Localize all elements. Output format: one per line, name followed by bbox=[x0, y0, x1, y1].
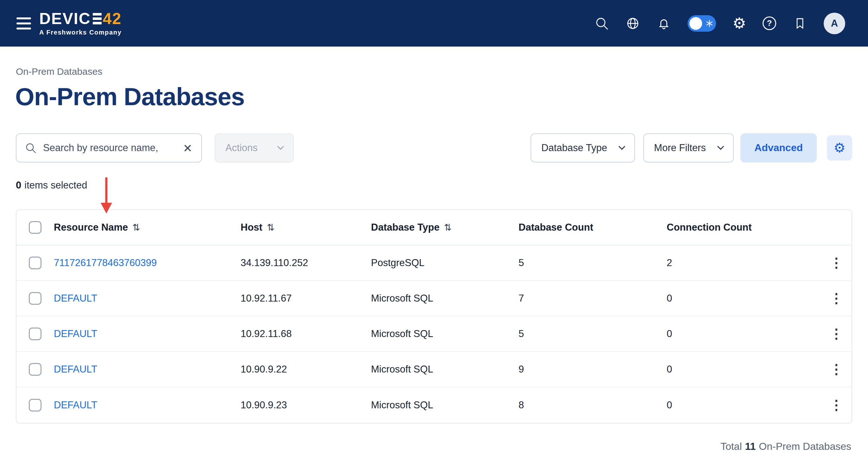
row-menu-icon[interactable]: ⋮ bbox=[827, 363, 846, 376]
column-header-host[interactable]: Host ⇅ bbox=[241, 222, 371, 233]
connection-count-cell: 0 bbox=[667, 293, 821, 304]
sort-icon[interactable]: ⇅ bbox=[267, 222, 275, 233]
chevron-down-icon bbox=[717, 143, 724, 150]
host-cell: 10.90.9.22 bbox=[241, 364, 371, 375]
column-header-database-count: Database Count bbox=[519, 222, 667, 233]
row-checkbox[interactable] bbox=[29, 363, 41, 376]
host-cell: 34.139.110.252 bbox=[241, 257, 371, 269]
total-count: Total 11 On-Prem Databases bbox=[0, 441, 851, 452]
database-type-cell: Microsoft SQL bbox=[371, 328, 519, 340]
globe-icon[interactable] bbox=[625, 16, 640, 31]
table-settings-button[interactable]: ⚙ bbox=[827, 135, 852, 160]
resource-link[interactable]: DEFAULT bbox=[54, 400, 97, 411]
database-type-label: Database Type bbox=[541, 142, 607, 154]
actions-label: Actions bbox=[225, 142, 258, 154]
help-icon-glyph: ? bbox=[763, 17, 776, 30]
search-input[interactable] bbox=[42, 142, 176, 154]
row-checkbox[interactable] bbox=[29, 328, 41, 340]
resource-link[interactable]: DEFAULT bbox=[54, 293, 97, 304]
row-checkbox[interactable] bbox=[29, 399, 41, 412]
column-header-database-type[interactable]: Database Type ⇅ bbox=[371, 222, 519, 233]
database-type-cell: Microsoft SQL bbox=[371, 400, 519, 411]
row-menu-icon[interactable]: ⋮ bbox=[827, 292, 846, 305]
connection-count-cell: 2 bbox=[667, 257, 821, 269]
table-row: 7117261778463760399 34.139.110.252 Postg… bbox=[17, 245, 851, 281]
logo-subtitle: A Freshworks Company bbox=[39, 29, 122, 36]
resource-link[interactable]: 7117261778463760399 bbox=[54, 257, 157, 268]
help-icon[interactable]: ? bbox=[763, 17, 776, 30]
search-box: × bbox=[16, 134, 202, 163]
database-count-cell: 5 bbox=[519, 257, 667, 269]
column-label: Connection Count bbox=[667, 222, 752, 233]
bookmark-icon[interactable] bbox=[793, 16, 807, 31]
database-type-cell: PostgreSQL bbox=[371, 257, 519, 269]
more-filters-dropdown[interactable]: More Filters bbox=[643, 134, 734, 163]
sort-icon[interactable]: ⇅ bbox=[444, 222, 452, 233]
page-title: On-Prem Databases bbox=[15, 84, 868, 110]
clear-search-icon[interactable]: × bbox=[182, 141, 193, 155]
advanced-button[interactable]: Advanced bbox=[740, 134, 817, 163]
table-row: DEFAULT 10.90.9.22 Microsoft SQL 9 0 ⋮ bbox=[17, 352, 851, 387]
navbar-actions: ⚙ ? A bbox=[594, 13, 845, 34]
database-count-cell: 5 bbox=[519, 328, 667, 340]
more-filters-label: More Filters bbox=[654, 142, 706, 154]
column-label: Database Count bbox=[519, 222, 593, 233]
search-icon[interactable] bbox=[594, 16, 609, 31]
connection-count-cell: 0 bbox=[667, 328, 821, 340]
snowflake-icon bbox=[706, 20, 713, 27]
logo-text: DEVIC bbox=[39, 11, 91, 27]
breadcrumb[interactable]: On-Prem Databases bbox=[16, 66, 868, 77]
red-arrow-annotation bbox=[96, 176, 117, 215]
toggle-switch[interactable] bbox=[688, 15, 716, 32]
avatar[interactable]: A bbox=[824, 13, 845, 34]
host-cell: 10.92.11.67 bbox=[241, 293, 371, 304]
column-label: Host bbox=[241, 222, 262, 233]
column-header-connection-count: Connection Count bbox=[667, 222, 821, 233]
gear-icon[interactable]: ⚙ bbox=[733, 16, 746, 31]
host-cell: 10.90.9.23 bbox=[241, 400, 371, 411]
toolbar: × Actions Database Type More Filters Adv… bbox=[16, 134, 852, 163]
avatar-initial: A bbox=[831, 18, 838, 29]
database-count-cell: 9 bbox=[519, 364, 667, 375]
connection-count-cell: 0 bbox=[667, 400, 821, 411]
total-label: Total bbox=[720, 441, 742, 452]
column-header-resource-name[interactable]: Resource Name ⇅ bbox=[54, 222, 241, 233]
resource-link[interactable]: DEFAULT bbox=[54, 364, 97, 375]
logo[interactable]: DEVIC 42 A Freshworks Company bbox=[39, 11, 122, 36]
menu-icon[interactable] bbox=[17, 18, 31, 29]
selection-label: items selected bbox=[24, 180, 87, 191]
search-icon-glyph bbox=[594, 16, 609, 31]
column-label: Resource Name bbox=[54, 222, 128, 233]
actions-dropdown[interactable]: Actions bbox=[215, 134, 294, 163]
select-all-checkbox[interactable] bbox=[29, 221, 41, 234]
toggle-knob bbox=[689, 17, 702, 30]
selection-count: 0 items selected bbox=[16, 180, 868, 191]
logo-number: 42 bbox=[103, 11, 122, 27]
bell-icon-glyph bbox=[656, 16, 671, 31]
row-menu-icon[interactable]: ⋮ bbox=[827, 256, 846, 270]
gear-icon: ⚙ bbox=[834, 141, 845, 155]
globe-icon-glyph bbox=[625, 16, 640, 31]
top-navbar: DEVIC 42 A Freshworks Company bbox=[0, 0, 868, 47]
row-checkbox[interactable] bbox=[29, 292, 41, 305]
logo-e-bars-icon bbox=[93, 13, 102, 24]
connection-count-cell: 0 bbox=[667, 364, 821, 375]
sort-icon[interactable]: ⇅ bbox=[132, 222, 140, 233]
total-value: 11 bbox=[745, 441, 756, 452]
row-menu-icon[interactable]: ⋮ bbox=[827, 399, 846, 412]
database-count-cell: 7 bbox=[519, 293, 667, 304]
gear-icon-glyph: ⚙ bbox=[733, 16, 746, 31]
resource-link[interactable]: DEFAULT bbox=[54, 328, 97, 339]
row-checkbox[interactable] bbox=[29, 257, 41, 269]
column-label: Database Type bbox=[371, 222, 440, 233]
table-row: DEFAULT 10.90.9.23 Microsoft SQL 8 0 ⋮ bbox=[17, 387, 851, 423]
database-type-cell: Microsoft SQL bbox=[371, 364, 519, 375]
bell-icon[interactable] bbox=[656, 16, 671, 31]
database-type-dropdown[interactable]: Database Type bbox=[531, 134, 635, 163]
total-suffix: On-Prem Databases bbox=[759, 441, 851, 452]
row-menu-icon[interactable]: ⋮ bbox=[827, 327, 846, 341]
table-row: DEFAULT 10.92.11.67 Microsoft SQL 7 0 ⋮ bbox=[17, 281, 851, 317]
chevron-down-icon bbox=[277, 143, 284, 150]
host-cell: 10.92.11.68 bbox=[241, 328, 371, 340]
table-row: DEFAULT 10.92.11.68 Microsoft SQL 5 0 ⋮ bbox=[17, 317, 851, 352]
